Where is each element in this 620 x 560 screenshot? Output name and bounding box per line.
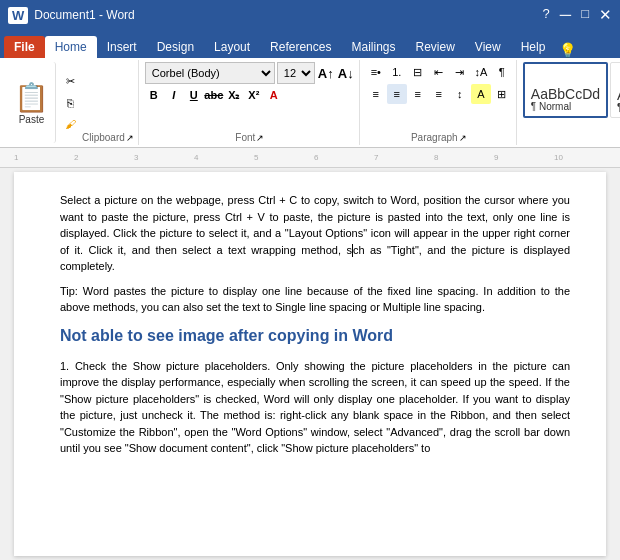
decrease-font-button[interactable]: A↓ [337,64,355,82]
ribbon-tabs: File Home Insert Design Layout Reference… [0,30,620,58]
ruler-mark-9: 9 [494,153,498,162]
window-controls: ? ─ □ ✕ [543,6,612,24]
ruler-mark-1: 1 [14,153,18,162]
font-family-select[interactable]: Corbel (Body) [145,62,275,84]
strikethrough-button[interactable]: abc [205,86,223,104]
heading-not-able: Not able to see image after copying in W… [60,324,570,348]
multilevel-button[interactable]: ⊟ [408,62,428,82]
increase-indent-button[interactable]: ⇥ [450,62,470,82]
numbering-button[interactable]: 1. [387,62,407,82]
close-btn[interactable]: ✕ [599,6,612,24]
tab-file[interactable]: File [4,36,45,58]
word-icon: W [8,7,28,24]
tab-layout[interactable]: Layout [204,36,260,58]
subscript-button[interactable]: X₂ [225,86,243,104]
ribbon: 📋 Paste ✂ ⎘ 🖌 Clipboard ↗ Corbel (Body) … [0,58,620,148]
style-no-spacing[interactable]: AaBbCcDd ¶ No Spac... [610,62,620,118]
align-left-button[interactable]: ≡ [366,84,386,104]
highlight-button[interactable]: A [265,86,283,104]
title-bar-left: W Document1 - Word [8,7,135,24]
para-row-2: ≡ ≡ ≡ ≡ ↕ A ⊞ [366,84,512,104]
para-row-1: ≡• 1. ⊟ ⇤ ⇥ ↕A ¶ [366,62,512,82]
document-area: Select a picture on the webpage, press C… [0,168,620,560]
tab-insert[interactable]: Insert [97,36,147,58]
ruler-mark-5: 5 [254,153,258,162]
style-normal-label: ¶ Normal [531,101,600,112]
clipboard-label: Clipboard [82,132,125,143]
ruler-mark-10: 10 [554,153,563,162]
tab-design[interactable]: Design [147,36,204,58]
styles-group-label-row: Styles [523,132,620,143]
borders-button[interactable]: ⊞ [492,84,512,104]
ruler: 1 2 3 4 5 6 7 8 9 10 [0,148,620,168]
increase-font-button[interactable]: A↑ [317,64,335,82]
clipboard-label-row: Clipboard ↗ [82,62,134,143]
font-top-row: Corbel (Body) 12 A↑ A↓ [145,62,355,84]
ruler-mark-6: 6 [314,153,318,162]
paragraph-group-label: Paragraph [411,132,458,143]
bullets-button[interactable]: ≡• [366,62,386,82]
paste-label: Paste [19,114,45,125]
restore-btn[interactable]: □ [581,6,589,24]
page[interactable]: Select a picture on the webpage, press C… [14,172,606,556]
help-icon[interactable]: ? [543,6,550,24]
italic-button[interactable]: I [165,86,183,104]
cut-button[interactable]: ✂ [60,72,80,92]
minimize-btn[interactable]: ─ [560,6,571,24]
align-right-button[interactable]: ≡ [408,84,428,104]
underline-button[interactable]: U [185,86,203,104]
font-group-label-row: Font ↗ [145,132,355,143]
tab-view[interactable]: View [465,36,511,58]
font-bottom-row: B I U abc X₂ X² A [145,86,355,104]
tab-review[interactable]: Review [405,36,464,58]
ruler-marks: 1 2 3 4 5 6 7 8 9 10 [14,148,606,167]
paragraph-3: 1. Check the Show picture placeholders. … [60,358,570,457]
shading-button[interactable]: A [471,84,491,104]
ruler-mark-2: 2 [74,153,78,162]
paragraph-expand-icon[interactable]: ↗ [459,133,467,143]
style-normal[interactable]: AaBbCcDd ¶ Normal [523,62,608,118]
decrease-indent-button[interactable]: ⇤ [429,62,449,82]
format-painter-button[interactable]: 🖌 [60,114,80,134]
ruler-mark-3: 3 [134,153,138,162]
title-bar: W Document1 - Word ? ─ □ ✕ [0,0,620,30]
tab-home[interactable]: Home [45,36,97,58]
paste-button[interactable]: 📋 Paste [8,62,56,143]
paste-icon: 📋 [14,81,49,114]
font-expand-icon[interactable]: ↗ [256,133,264,143]
tab-references[interactable]: References [260,36,341,58]
font-group: Corbel (Body) 12 A↑ A↓ B I U abc X₂ X² A… [141,60,360,145]
tab-mailings[interactable]: Mailings [341,36,405,58]
paragraph-group: ≡• 1. ⊟ ⇤ ⇥ ↕A ¶ ≡ ≡ ≡ ≡ ↕ A ⊞ Paragraph… [362,60,517,145]
paragraph-1: Select a picture on the webpage, press C… [60,192,570,275]
font-size-select[interactable]: 12 [277,62,315,84]
superscript-button[interactable]: X² [245,86,263,104]
bold-button[interactable]: B [145,86,163,104]
light-bulb-icon[interactable]: 💡 [559,42,576,58]
copy-button[interactable]: ⎘ [60,93,80,113]
styles-row: AaBbCcDd ¶ Normal AaBbCcDd ¶ No Spac... … [523,62,620,118]
font-group-label: Font [235,132,255,143]
justify-button[interactable]: ≡ [429,84,449,104]
show-paragraph-button[interactable]: ¶ [492,62,512,82]
clipboard-expand-icon[interactable]: ↗ [126,133,134,143]
clipboard-mini-buttons: ✂ ⎘ 🖌 [60,62,80,143]
ruler-mark-7: 7 [374,153,378,162]
line-spacing-button[interactable]: ↕ [450,84,470,104]
ruler-mark-4: 4 [194,153,198,162]
align-center-button[interactable]: ≡ [387,84,407,104]
style-normal-preview: AaBbCcDd [531,87,600,101]
paragraph-2: Tip: Word pastes the picture to display … [60,283,570,316]
styles-group: AaBbCcDd ¶ Normal AaBbCcDd ¶ No Spac... … [519,60,620,145]
title-bar-title: Document1 - Word [34,8,134,22]
ruler-mark-8: 8 [434,153,438,162]
tab-help[interactable]: Help [511,36,556,58]
paragraph-group-label-row: Paragraph ↗ [366,132,512,143]
clipboard-group: 📋 Paste ✂ ⎘ 🖌 Clipboard ↗ [4,60,139,145]
sort-button[interactable]: ↕A [471,62,491,82]
